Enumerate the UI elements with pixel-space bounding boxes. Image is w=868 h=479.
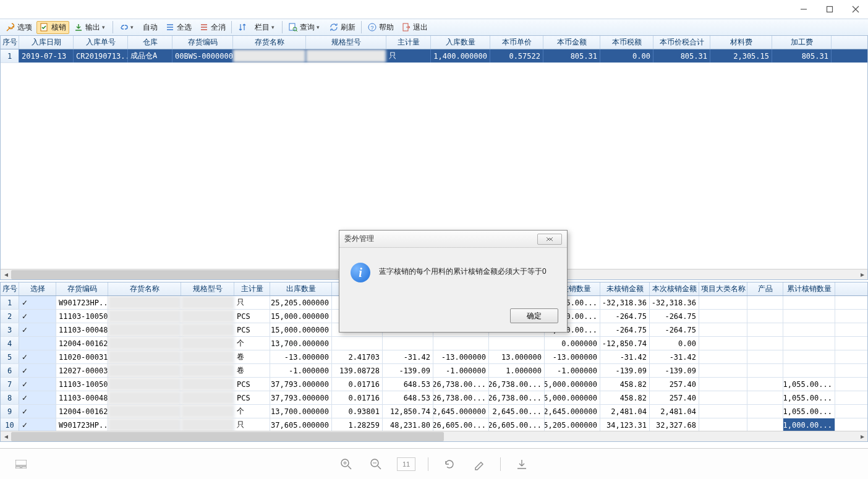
output-button[interactable]: 输出 ▾ [70,21,110,34]
bottom-hscrollbar[interactable]: ◂ ▸ [1,431,867,441]
chevron-down-icon: ▾ [130,24,135,30]
table-row[interactable]: 6✓12027-00003xxxxxxxx卷-1.000000139.08728… [1,364,867,378]
close-button[interactable] [848,2,863,17]
col-prod[interactable]: 产品 [747,282,783,295]
col-price[interactable]: 本币单价 [490,36,543,49]
dialog-titlebar[interactable]: 委外管理 [339,231,567,248]
col-spec[interactable]: 规格型号 [181,282,234,295]
col-qty[interactable]: 入库数量 [431,36,490,49]
cell-code: W901723HP.. [56,418,108,431]
scroll-thumb[interactable] [11,270,339,279]
col-uom[interactable]: 主计量 [386,36,431,49]
chevron-down-icon: ▾ [317,24,321,30]
table-row[interactable]: 8✓11103-00048xxxxxxxxPCS37,793.0000000.0… [1,391,867,405]
cell-c10: 2,645.00... [489,405,545,418]
col-name[interactable]: 存货名称 [108,282,181,295]
col-name[interactable]: 存货名称 [233,36,306,49]
scroll-right-icon[interactable]: ▸ [857,269,867,280]
col-seq[interactable]: 序号 [1,282,19,295]
sort-button[interactable] [234,21,250,33]
cell-c8: 48,231.80 [383,418,433,431]
scroll-thumb[interactable] [11,432,444,441]
cell-c8: 648.53 [383,391,433,404]
col-tax[interactable]: 本币税额 [600,36,653,49]
cell-spec: xxxx [181,405,234,418]
verify-button[interactable]: 核销 [36,21,69,34]
cell-uom: 只 [234,296,270,309]
list-clear-icon [199,22,209,32]
cell-uom: 个 [234,337,270,350]
cell-thisamt: -264.75 [650,310,699,323]
cell-sel: ✓ [19,391,56,404]
col-date[interactable]: 入库日期 [19,36,74,49]
cell-thisamt: -32,318.36 [650,296,699,309]
separator [500,457,501,471]
cell-c9: 26,738.00... [433,378,489,391]
cell-nverify: 15,000.000000 [545,378,600,391]
table-row[interactable]: 9✓12004-00162xxxxxxxx个13,700.0000000.938… [1,405,867,418]
query-label: 查询 [300,22,315,33]
zoom-in-button[interactable] [338,456,355,473]
col-thisamt[interactable]: 本次核销金额 [650,282,699,295]
col-wh[interactable]: 仓库 [128,36,172,49]
scroll-left-icon[interactable]: ◂ [1,431,11,442]
query-button[interactable]: 查询 ▾ [285,21,325,34]
auto-button[interactable]: 自动 [140,21,161,34]
col-proc[interactable]: 加工费 [772,36,832,49]
ok-button[interactable]: 确定 [510,308,558,323]
select-all-button[interactable]: 全选 [162,21,195,34]
link-button[interactable]: ▾ [116,21,138,33]
col-proj[interactable]: 项目大类名称 [699,282,747,295]
table-row[interactable]: 1 2019-07-13 CR20190713... 成品仓A 00BWS-00… [1,49,867,63]
minimize-button[interactable] [796,2,811,17]
output-label: 输出 [85,22,100,33]
refresh-button[interactable]: 刷新 [326,21,359,34]
table-row[interactable]: 412004-00162xxxxxxxx个-13,700.0000000.000… [1,337,867,350]
col-code[interactable]: 存货编码 [56,282,108,295]
dialog-footer: 确定 [339,303,567,332]
col-outqty[interactable]: 出库数量 [270,282,332,295]
col-cum[interactable]: 累计核销数量 [783,282,835,295]
cell-cum: 11,055.00... [783,405,835,418]
page-indicator[interactable]: 11 [397,457,415,471]
scroll-left-icon[interactable]: ◂ [1,269,11,280]
redo-button[interactable] [441,456,458,473]
table-row[interactable]: 10✓W901723HP..xxxxxxxx只37,605.0000001.28… [1,418,867,431]
col-amt[interactable]: 本币金额 [543,36,600,49]
cell-unamt: 458.82 [600,391,650,404]
clear-all-button[interactable]: 全消 [196,21,229,34]
dialog-close-button[interactable] [537,234,562,245]
col-seq[interactable]: 序号 [1,36,19,49]
col-total[interactable]: 本币价税合计 [653,36,710,49]
cell-spec: xxxx [181,310,234,323]
cell-sel: ✓ [19,364,56,377]
col-sel[interactable]: 选择 [19,282,56,295]
table-row[interactable]: 5✓11020-00031xxxxxxxx卷-13.0000002.41703-… [1,350,867,364]
maximize-button[interactable] [822,2,837,17]
cell-cum [783,350,835,363]
cell-sel: ✓ [19,310,56,323]
cell-out: -15,000.000000 [270,310,332,323]
col-unamt[interactable]: 未核销金额 [600,282,650,295]
cell-code: 12027-00003 [56,364,108,377]
zoom-out-button[interactable] [367,456,385,473]
cell-out: -15,000.000000 [270,323,332,336]
help-button[interactable]: ? 帮助 [364,21,397,34]
download-button[interactable] [513,456,530,473]
col-docno[interactable]: 入库单号 [74,36,128,49]
cell-uom: 只 [386,49,431,62]
layout-icon[interactable] [12,456,30,473]
col-code[interactable]: 存货编码 [172,36,233,49]
cell-wh: 成品仓A [128,49,172,62]
table-row[interactable]: 7✓11103-10050xxxxxxxxPCS37,793.0000000.0… [1,378,867,391]
columns-button[interactable]: 栏目 ▾ [252,21,279,34]
cell-c9 [433,337,489,350]
cell-proj [699,296,747,309]
options-button[interactable]: 选项 [2,21,35,34]
edit-button[interactable] [470,456,488,473]
scroll-right-icon[interactable]: ▸ [857,431,867,442]
exit-button[interactable]: 退出 [398,21,431,34]
col-mat[interactable]: 材料费 [710,36,772,49]
col-spec[interactable]: 规格型号 [306,36,386,49]
col-uom[interactable]: 主计量 [234,282,270,295]
